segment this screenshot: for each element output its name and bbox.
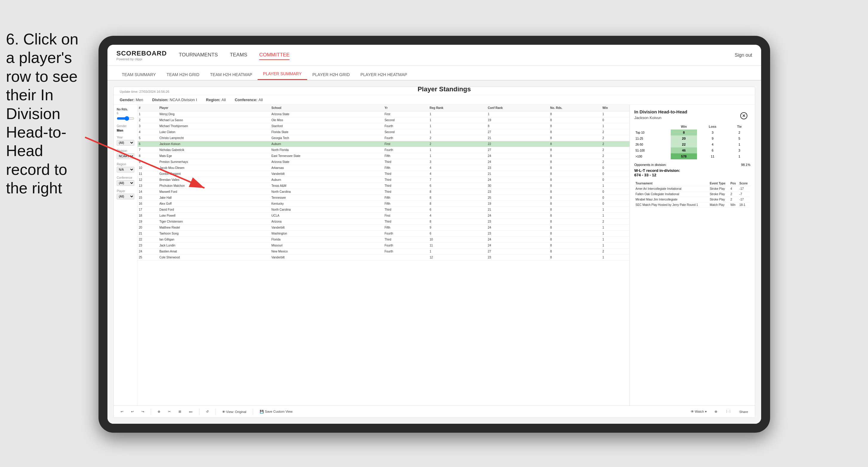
cell-reg: 9 (428, 225, 487, 231)
cell-conf: 23 (487, 219, 549, 225)
cell-reg: 2 (428, 135, 487, 141)
nav-teams[interactable]: TEAMS (230, 51, 247, 60)
table-row[interactable]: 18 Luke Powell UCLA First 4 24 8 1 (137, 213, 629, 219)
table-row[interactable]: 11 Gordon Sargent Vanderbilt Third 4 21 … (137, 171, 629, 177)
tab-player-h2h-heatmap[interactable]: PLAYER H2H HEATMAP (355, 69, 413, 80)
bottom-toolbar: ↩ ↩ ↪ ⊕ ✂ ⊞ ••• ↺ 👁 View: Original 💾 Sav… (114, 406, 755, 417)
view-original-button[interactable]: 👁 View: Original (220, 409, 249, 414)
table-row[interactable]: 12 Brendan Valles Auburn Third 7 24 8 0 (137, 177, 629, 183)
col-header-conf-rank: Conf Rank (487, 105, 549, 111)
table-row[interactable]: 3 Michael Thorbjornsen Stanford Fourth 1… (137, 123, 629, 129)
refresh-button[interactable]: ↺ (204, 409, 211, 414)
cell-win: 0 (601, 195, 629, 201)
cell-reg: 6 (428, 207, 487, 213)
no-rds-filter: No Rds. 6 (117, 108, 134, 121)
table-row[interactable]: 23 Jack Lundin Missouri Fourth 11 24 8 1 (137, 243, 629, 249)
undo-button[interactable]: ↩ (118, 409, 126, 414)
table-row[interactable]: 5 Christo Lamprecht Georgia Tech Fourth … (137, 135, 629, 141)
cell-win: 2 (601, 153, 629, 159)
cell-yr: Fourth (383, 135, 428, 141)
redo-button[interactable]: ↪ (139, 409, 147, 414)
year-filter-select[interactable]: (All) (117, 140, 134, 146)
cell-win: 1 (601, 123, 629, 129)
cell-yr: First (383, 111, 428, 117)
table-row[interactable]: 13 Phchukon Malchon Texas A&M Third 6 30… (137, 183, 629, 189)
h2h-player-name: Jackson Koivun (634, 116, 687, 120)
cell-reg: 4 (428, 171, 487, 177)
close-h2h-button[interactable]: ✕ (740, 112, 747, 119)
h2h-tie: 5 (728, 135, 750, 142)
table-row[interactable]: 8 Mats Ege East Tennessee State Fifth 1 … (137, 153, 629, 159)
player-filter-select[interactable]: (All) (117, 194, 134, 199)
table-row[interactable]: 7 Nicholas Gabrelcik North Florida Fourt… (137, 147, 629, 153)
cell-win: 1 (601, 254, 629, 260)
table-row[interactable]: 9 Preston Summerhays Arizona State Third… (137, 159, 629, 165)
nav-committee[interactable]: COMMITTEE (259, 51, 289, 60)
wlt-value: 674 - 33 - 12 (634, 173, 656, 177)
conference-filter-select[interactable]: (All) (117, 180, 134, 186)
watch-button[interactable]: 👁 Watch ▾ (688, 409, 709, 414)
cut-button[interactable]: ✂ (166, 409, 173, 414)
tab-player-h2h-grid[interactable]: PLAYER H2H GRID (307, 69, 355, 80)
table-row[interactable]: 2 Michael La Sasso Ole Miss Second 1 19 … (137, 117, 629, 123)
tour-col-type: Event Type (709, 181, 729, 186)
cell-school: Stanford (270, 123, 383, 129)
col-header-win: Win (601, 105, 629, 111)
players-table-area: # Player School Yr Reg Rank Conf Rank No… (137, 105, 629, 406)
tab-player-summary[interactable]: PLAYER SUMMARY (257, 68, 307, 80)
gender-filter-value: Men (117, 129, 134, 132)
gender-filter: Gender Men (117, 124, 134, 132)
cell-school: North Florida (270, 147, 383, 153)
tour-score: -17 (738, 186, 750, 192)
table-row[interactable]: 10 Jacob Mou-Olesen Arkansas Fifth 4 23 … (137, 165, 629, 171)
table-row[interactable]: 15 Jake Hall Tennessee Fifth 8 25 8 0 (137, 195, 629, 201)
cell-player: Jake Hall (158, 195, 270, 201)
cell-conf: 22 (487, 141, 549, 147)
table-row[interactable]: 14 Maxwell Ford North Carolina Third 8 2… (137, 189, 629, 195)
share-button[interactable]: Share (737, 409, 750, 414)
table-row[interactable]: 19 Tiger Christensen Arizona Third 8 23 … (137, 219, 629, 225)
table-row[interactable]: 21 Taehoon Song Washington Fourth 6 23 8… (137, 231, 629, 237)
h2h-loss: 4 (697, 142, 728, 147)
table-row[interactable]: 1 Wenyj Ding Arizona State First 1 1 8 1 (137, 111, 629, 117)
save-custom-view-button[interactable]: 💾 Save Custom View (257, 409, 295, 414)
cell-reg: 4 (428, 165, 487, 171)
no-rds-slider[interactable] (117, 116, 134, 121)
table-row[interactable]: 4 Luke Claton Florida State Second 1 27 … (137, 129, 629, 135)
cell-win: 1 (601, 207, 629, 213)
h2h-col-range (634, 124, 671, 129)
add-button[interactable]: ⊕ (155, 409, 163, 414)
division-filter-select[interactable]: NCAA Division I (117, 153, 134, 159)
tour-col-score: Score (738, 181, 750, 186)
table-row[interactable]: 16 Alex Goff Kentucky Fifth 8 19 8 0 (137, 201, 629, 207)
table-row[interactable]: 17 David Ford North Carolina Third 6 21 … (137, 207, 629, 213)
table-row[interactable]: 25 Cole Sherwood Vanderbilt 12 23 8 1 (137, 254, 629, 260)
cell-rds: 8 (549, 111, 601, 117)
region-filter-select[interactable]: N/A (117, 167, 134, 173)
grid-button[interactable]: ⊞ (176, 409, 184, 414)
nav-tournaments[interactable]: TOURNAMENTS (179, 51, 218, 60)
no-rds-label: No Rds. (117, 108, 134, 111)
cell-player: Luke Powell (158, 213, 270, 219)
tour-pos: 2 (729, 197, 738, 202)
table-row[interactable]: 20 Matthew Riedel Vanderbilt Fifth 9 24 … (137, 225, 629, 231)
cell-yr: Fifth (383, 225, 428, 231)
tab-team-h2h-grid[interactable]: TEAM H2H GRID (161, 69, 205, 80)
logo-sub: Powered by clippi (116, 57, 167, 61)
table-row[interactable]: 22 Ian Gilligan Florida Third 10 24 8 1 (137, 237, 629, 243)
table-row[interactable]: 24 Bastien Amat New Mexico Fourth 1 27 8… (137, 249, 629, 254)
toolbar-icon-2[interactable]: ⋮⋮ (723, 409, 734, 414)
tab-team-h2h-heatmap[interactable]: TEAM H2H HEATMAP (205, 69, 257, 80)
more-button[interactable]: ••• (187, 409, 195, 414)
tournament-row: SEC Match Play Hosted by Jerry Pate Roun… (634, 202, 750, 208)
undo2-button[interactable]: ↩ (129, 409, 136, 414)
tablet-frame: SCOREBOARD Powered by clippi TOURNAMENTS… (98, 36, 770, 433)
cell-yr: Fourth (383, 123, 428, 129)
cell-yr: Fifth (383, 201, 428, 207)
page-title: Player Standings (417, 87, 471, 93)
cell-school: Florida (270, 237, 383, 243)
tab-team-summary[interactable]: TEAM SUMMARY (116, 69, 161, 80)
table-row[interactable]: 6 Jackson Koivun Auburn First 2 22 8 2 (137, 141, 629, 147)
toolbar-icon-1[interactable]: ⊕ (712, 409, 720, 414)
sign-out-button[interactable]: Sign out (735, 53, 752, 58)
